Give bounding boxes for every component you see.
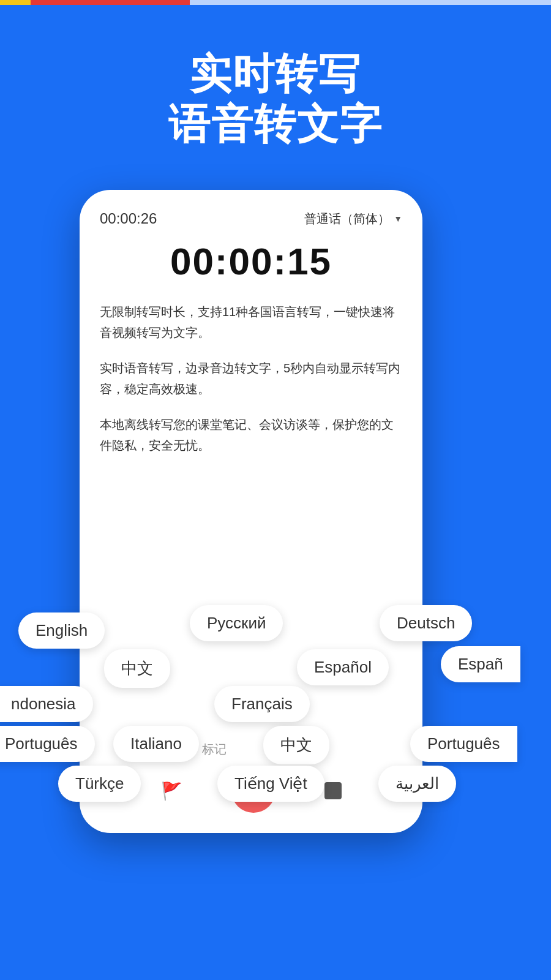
progress-bar [0, 0, 551, 5]
dropdown-arrow-icon: ▼ [394, 214, 402, 224]
main-title: 实时转写 语音转文字 [0, 49, 551, 149]
lang-tag-indonesia[interactable]: ndonesia [0, 686, 93, 722]
lang-tag-deutsch[interactable]: Deutsch [380, 605, 472, 641]
lang-tag-turkce[interactable]: Türkçe [58, 766, 141, 802]
language-selector[interactable]: 普通话（简体） ▼ [304, 211, 402, 227]
lang-tag-espanol[interactable]: Español [297, 649, 389, 685]
progress-red [31, 0, 190, 5]
language-label: 普通话（简体） [304, 211, 390, 227]
lang-tag-zhongwen2[interactable]: 中文 [263, 726, 329, 764]
progress-white [190, 0, 551, 5]
flag-button[interactable]: 🚩 [161, 781, 182, 801]
tab-mark[interactable]: 标记 [202, 741, 227, 758]
lang-tag-russian[interactable]: Русский [190, 605, 283, 641]
title-line2: 语音转文字 [0, 99, 551, 149]
lang-tag-italiano[interactable]: Italiano [113, 726, 199, 762]
big-timer: 00:00:15 [100, 239, 402, 283]
lang-tag-portugues-left: Português [0, 726, 95, 762]
lang-tag-arabic[interactable]: العربية [378, 766, 456, 802]
content-p3: 本地离线转写您的课堂笔记、会议访谈等，保护您的文件隐私，安全无忧。 [100, 414, 402, 456]
content-p1: 无限制转写时长，支持11种各国语言转写，一键快速将音视频转写为文字。 [100, 301, 402, 343]
stop-button[interactable] [324, 782, 342, 799]
small-timer: 00:00:26 [100, 210, 157, 227]
title-line1: 实时转写 [0, 49, 551, 99]
lang-tag-francais[interactable]: Français [214, 686, 310, 722]
lang-tag-tiengviet[interactable]: Tiếng Việt [217, 766, 324, 802]
progress-yellow [0, 0, 31, 5]
phone-header: 00:00:26 普通话（简体） ▼ [100, 210, 402, 227]
lang-tag-portugues-right: Português [410, 726, 517, 762]
lang-tag-zhongwen1[interactable]: 中文 [104, 649, 170, 688]
lang-tag-espanol-partial: Españ [441, 646, 520, 682]
content-p2: 实时语音转写，边录音边转文字，5秒内自动显示转写内容，稳定高效极速。 [100, 358, 402, 399]
lang-tag-english[interactable]: English [18, 612, 105, 649]
